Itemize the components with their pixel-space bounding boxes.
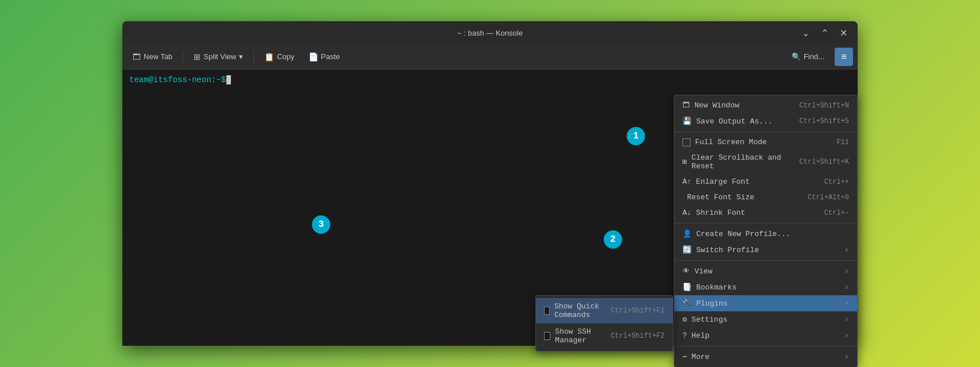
menu-item-right: Ctrl+Shift+N xyxy=(800,102,849,110)
submenu-item-shortcut: Ctrl+Shift+F2 xyxy=(611,332,665,340)
menu-item-left: ⚙Settings xyxy=(682,315,727,324)
menu-item-bookmarks[interactable]: 📑Bookmarks› xyxy=(674,279,857,295)
menu-item-label: Shrink Font xyxy=(696,208,746,217)
menu-item-arrow: › xyxy=(844,283,849,292)
menu-item-shortcut: Ctrl+Alt+0 xyxy=(808,194,849,202)
menu-item-arrow: › xyxy=(844,331,849,340)
menu-item-icon-save-output: 💾 xyxy=(682,117,692,126)
hamburger-menu-button[interactable]: ≡ xyxy=(835,48,853,66)
plugins-submenu: Show Quick CommandsCtrl+Shift+F1Show SSH… xyxy=(535,295,673,351)
menu-item-label: Full Screen Mode xyxy=(695,138,767,146)
menu-item-view[interactable]: 👁View› xyxy=(674,263,857,279)
menu-item-left: Reset Font Size xyxy=(682,193,754,202)
new-tab-icon: 🗔 xyxy=(133,52,141,61)
menu-item-arrow: › xyxy=(844,266,849,276)
menu-item-left: Full Screen Mode xyxy=(682,138,767,146)
menu-item-reset-font[interactable]: Reset Font SizeCtrl+Alt+0 xyxy=(674,190,857,205)
menu-item-left: 🔄Switch Profile xyxy=(682,245,759,254)
paste-label: Paste xyxy=(321,52,340,61)
menu-item-save-output[interactable]: 💾Save Output As...Ctrl+Shift+S xyxy=(674,113,857,129)
toolbar-separator-2 xyxy=(253,51,254,63)
menu-item-icon-clear-scrollback: ⊞ xyxy=(682,157,687,167)
menu-item-shrink-font[interactable]: A↓Shrink FontCtrl+- xyxy=(674,205,857,221)
menu-item-right: Ctrl+- xyxy=(824,209,849,217)
menu-item-label: Save Output As... xyxy=(696,117,773,126)
menu-item-left: 👤Create New Profile... xyxy=(682,229,790,238)
title-bar: ~ : bash — Konsole ⌄ ⌃ ✕ xyxy=(122,21,858,44)
toolbar-separator-1 xyxy=(183,51,183,63)
menu-item-label: Create New Profile... xyxy=(696,230,790,238)
submenu-item-quick-commands[interactable]: Show Quick CommandsCtrl+Shift+F1 xyxy=(536,298,673,323)
menu-item-icon-create-profile: 👤 xyxy=(682,229,692,238)
menu-item-left: A↓Shrink Font xyxy=(682,208,745,217)
menu-item-left: 👁View xyxy=(682,267,712,276)
menu-item-right: Ctrl++ xyxy=(824,178,849,186)
menu-item-plugins[interactable]: 🔌Plugins›Show Quick CommandsCtrl+Shift+F… xyxy=(674,295,857,311)
close-button[interactable]: ✕ xyxy=(836,26,851,40)
annotation-2-label: 2 xyxy=(610,234,616,245)
menu-item-left: A↑Enlarge Font xyxy=(682,177,750,186)
maximize-button[interactable]: ⌃ xyxy=(817,26,832,40)
menu-item-fullscreen[interactable]: Full Screen ModeF11 xyxy=(674,134,857,150)
hamburger-icon: ≡ xyxy=(841,52,846,62)
split-view-arrow: ▾ xyxy=(239,52,243,61)
menu-item-left: ⊞Clear Scrollback and Reset xyxy=(682,153,800,171)
annotation-1: 1 xyxy=(627,127,645,145)
menu-item-icon-view: 👁 xyxy=(682,267,690,276)
menu-item-left: 🔌Plugins xyxy=(682,299,728,308)
menu-item-right: › xyxy=(844,331,849,340)
menu-item-arrow: › xyxy=(844,299,849,308)
annotation-3-label: 3 xyxy=(318,219,324,230)
split-view-button[interactable]: ⊞ Split View ▾ xyxy=(188,50,249,64)
menu-item-settings[interactable]: ⚙Settings› xyxy=(674,311,857,327)
menu-item-shortcut: Ctrl+Shift+N xyxy=(800,102,849,110)
menu-item-right: › xyxy=(844,299,849,308)
menu-item-label: View xyxy=(695,267,712,276)
menu-item-icon-settings: ⚙ xyxy=(682,315,687,324)
menu-item-right: › xyxy=(844,266,849,276)
menu-item-switch-profile[interactable]: 🔄Switch Profile› xyxy=(674,242,857,258)
menu-item-shortcut: Ctrl+Shift+S xyxy=(800,117,849,125)
menu-item-icon-plugins: 🔌 xyxy=(682,299,692,308)
menu-item-enlarge-font[interactable]: A↑Enlarge FontCtrl++ xyxy=(674,174,857,190)
menu-item-create-profile[interactable]: 👤Create New Profile... xyxy=(674,226,857,242)
menu-item-checkbox[interactable] xyxy=(682,138,690,146)
menu-divider xyxy=(674,260,857,261)
menu-item-icon-shrink-font: A↓ xyxy=(682,208,692,217)
menu-item-left: 🗔New Window xyxy=(682,101,739,110)
menu-item-icon-more: ⋯ xyxy=(682,352,687,361)
submenu-checkbox[interactable] xyxy=(544,332,550,340)
submenu-checkbox[interactable] xyxy=(544,307,550,315)
menu-item-new-window[interactable]: 🗔New WindowCtrl+Shift+N xyxy=(674,98,857,113)
find-label: Find... xyxy=(804,52,824,61)
menu-item-clear-scrollback[interactable]: ⊞Clear Scrollback and ResetCtrl+Shift+K xyxy=(674,150,857,174)
menu-item-label: Enlarge Font xyxy=(696,177,750,186)
find-button[interactable]: 🔍 Find... xyxy=(786,50,830,63)
menu-item-shortcut: Ctrl+- xyxy=(824,209,849,217)
minimize-button[interactable]: ⌄ xyxy=(798,26,813,40)
paste-button[interactable]: 📄 Paste xyxy=(303,50,346,64)
main-menu: 🗔New WindowCtrl+Shift+N💾Save Output As..… xyxy=(674,95,858,367)
find-icon: 🔍 xyxy=(792,52,801,61)
copy-button[interactable]: 📋 Copy xyxy=(258,50,300,64)
menu-item-icon-enlarge-font: A↑ xyxy=(682,177,692,186)
menu-item-label: Help xyxy=(692,331,709,340)
menu-item-left: ?Help xyxy=(682,331,709,340)
menu-item-right: Ctrl+Alt+0 xyxy=(808,194,849,202)
annotation-2: 2 xyxy=(604,230,622,249)
menu-item-right: › xyxy=(844,283,849,292)
new-tab-button[interactable]: 🗔 New Tab xyxy=(127,50,178,64)
menu-item-shortcut: Ctrl++ xyxy=(824,178,849,186)
terminal-area[interactable]: team@itsfoss-neon:~$ 🗔New WindowCtrl+Shi… xyxy=(122,69,858,346)
menu-item-label: More xyxy=(692,353,709,361)
submenu-item-ssh-manager[interactable]: Show SSH ManagerCtrl+Shift+F2 xyxy=(536,323,673,349)
submenu-item-left: Show SSH Manager xyxy=(544,327,611,345)
menu-item-icon-bookmarks: 📑 xyxy=(682,283,692,292)
submenu-item-label: Show SSH Manager xyxy=(555,327,611,345)
menu-item-arrow: › xyxy=(844,315,849,324)
menu-item-label: Plugins xyxy=(696,299,728,308)
paste-icon: 📄 xyxy=(308,52,318,61)
menu-item-help[interactable]: ?Help› xyxy=(674,327,857,343)
menu-item-more[interactable]: ⋯More› xyxy=(674,349,857,365)
menu-item-icon-new-window: 🗔 xyxy=(682,101,690,110)
